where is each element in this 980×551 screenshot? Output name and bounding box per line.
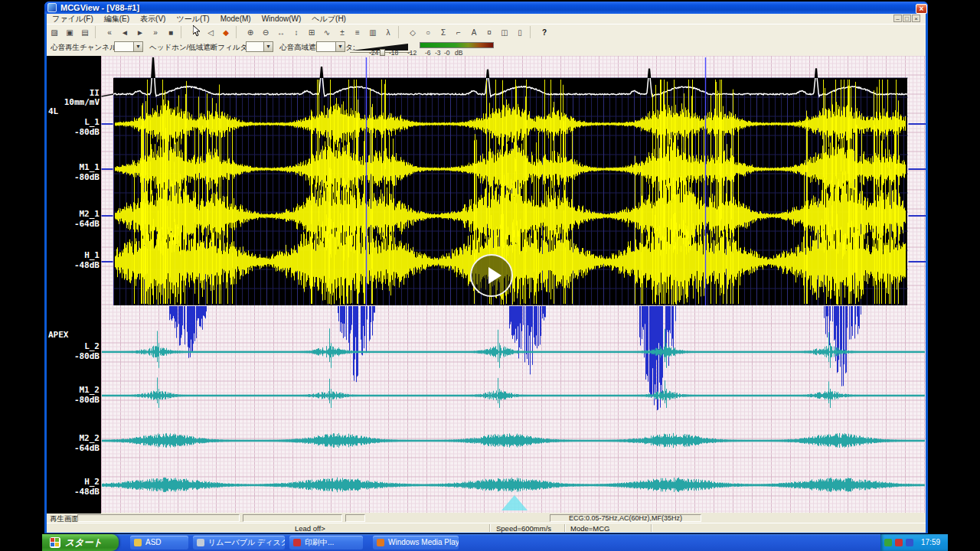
menu-item[interactable]: ヘルプ(H) xyxy=(306,14,351,24)
channel-label: L_1 xyxy=(48,117,100,127)
menu-item[interactable]: Window(W) xyxy=(256,14,307,24)
headphone-filter-label: ヘッドホン/低域遮断フィルタ: xyxy=(149,43,250,53)
play-channel-label: 心音再生チャンネル: xyxy=(51,43,119,53)
chevron-down-icon[interactable]: ▼ xyxy=(133,42,142,51)
channel-label: -80dB xyxy=(48,172,100,182)
mouse-cursor-icon xyxy=(193,25,202,37)
save-icon[interactable]: ▣ xyxy=(62,26,77,40)
task-icon xyxy=(197,539,204,546)
channel-label: APEX xyxy=(48,330,100,340)
taskbar-task[interactable]: Windows Media Player xyxy=(373,536,459,549)
channel-label: -64dB xyxy=(48,443,100,453)
status-panel xyxy=(243,514,342,522)
update-icon xyxy=(895,539,903,546)
status-row-top: 再生画面 ECG:0.05-75Hz,AC(60Hz),MF(35Hz) xyxy=(47,514,926,523)
channel-label: -80dB xyxy=(48,351,100,361)
channel-label: M1_1 xyxy=(48,162,100,172)
waveform-plot xyxy=(101,56,926,513)
taskbar-task[interactable]: 印刷中... xyxy=(289,536,363,549)
task-icon xyxy=(293,539,301,546)
headphone-filter-combo[interactable]: ▼ xyxy=(246,41,273,52)
play-channel-combo[interactable]: ▼ xyxy=(114,41,143,52)
settings-icon[interactable]: ¤ xyxy=(482,26,497,40)
v-scale-icon[interactable]: ↕ xyxy=(289,26,304,40)
channel-label: -48dB xyxy=(48,487,100,497)
ecg-filter-info: ECG:0.05-75Hz,AC(60Hz),MF(35Hz) xyxy=(550,514,701,522)
security-icon xyxy=(906,539,913,546)
menu-item[interactable]: Mode(M) xyxy=(215,14,256,24)
menu-bar: ファイル(F)編集(E)表示(V)ツール(T)Mode(M)Window(W)ヘ… xyxy=(47,14,926,24)
menu-item[interactable]: 編集(E) xyxy=(99,14,135,24)
chevron-down-icon[interactable]: ▼ xyxy=(335,42,345,51)
play-icon[interactable]: ► xyxy=(132,26,148,40)
mode-status: Mode=MCG xyxy=(570,524,609,533)
channel-label: L_2 xyxy=(48,341,100,351)
channel-label: M2_1 xyxy=(48,209,100,219)
channel-label: H_2 xyxy=(48,477,100,487)
sum-icon[interactable]: Σ xyxy=(436,26,451,40)
stop-icon[interactable]: ■ xyxy=(163,26,178,40)
zoom-in-icon[interactable]: ⊕ xyxy=(243,26,258,40)
ruler-icon[interactable]: ⌐ xyxy=(451,26,466,40)
measure-icon[interactable]: ± xyxy=(335,26,350,40)
wave-icon[interactable]: ∿ xyxy=(319,26,335,40)
event-marker-icon[interactable]: ◆ xyxy=(218,26,234,40)
channel-label: -64dB xyxy=(48,219,100,229)
channel-label: M2_2 xyxy=(48,433,100,443)
menu-item[interactable]: ファイル(F) xyxy=(47,14,99,24)
open-icon[interactable]: ▨ xyxy=(47,26,62,40)
volume-slider-thumb[interactable] xyxy=(380,49,385,56)
status-panel xyxy=(77,514,240,522)
channel-label: -80dB xyxy=(48,127,100,137)
marker-a-icon[interactable]: ◇ xyxy=(405,26,420,40)
highcut-filter-combo[interactable]: ▼ xyxy=(316,41,345,52)
menu-item[interactable]: 表示(V) xyxy=(135,14,171,24)
channel-label: -48dB xyxy=(48,260,100,270)
print-icon[interactable]: ▤ xyxy=(77,26,93,40)
title-bar[interactable]: MCGView - [V88-#1] × xyxy=(44,2,928,14)
main-toolbar: ▨▣▤«◄►»■↖◁◆⊕⊖↔↕⊞∿±≡▥λ◇○Σ⌐A¤◫▯? xyxy=(47,24,926,41)
layers-icon[interactable]: ▥ xyxy=(365,26,381,40)
video-play-button[interactable] xyxy=(470,254,513,297)
mdi-button[interactable]: × xyxy=(912,15,920,22)
h-scale-icon[interactable]: ↔ xyxy=(273,26,289,40)
taskbar-task[interactable]: ASD xyxy=(130,536,188,549)
channel-label: H_1 xyxy=(48,250,100,260)
zoom-out-icon[interactable]: ⊖ xyxy=(258,26,273,40)
clock: 17:59 xyxy=(921,534,940,551)
grid-icon[interactable]: ⊞ xyxy=(304,26,319,40)
status-panel xyxy=(345,514,365,522)
report-icon[interactable]: ▯ xyxy=(512,26,528,40)
taskbar-task[interactable]: リムーバブル ディスク (F:) xyxy=(193,536,285,549)
step-back-icon[interactable]: ◄ xyxy=(117,26,132,40)
mdi-button[interactable]: – xyxy=(893,15,902,22)
mdi-button[interactable]: □ xyxy=(903,15,911,22)
toolbar-separator xyxy=(181,26,186,38)
speaker-icon[interactable]: ◁ xyxy=(203,26,218,40)
mdi-window-buttons[interactable]: –□× xyxy=(893,15,920,22)
system-tray: 17:59 xyxy=(880,534,948,551)
channels-icon[interactable]: ≡ xyxy=(350,26,365,40)
text-icon[interactable]: A xyxy=(466,26,482,40)
snapshot-icon[interactable]: ◫ xyxy=(497,26,512,40)
toolbar-separator xyxy=(95,26,100,38)
toolbar-separator xyxy=(398,26,403,38)
app-icon xyxy=(47,3,57,12)
filter-icon[interactable]: λ xyxy=(381,26,396,40)
help-icon[interactable]: ? xyxy=(537,26,552,40)
play-icon xyxy=(488,267,501,284)
rewind-icon[interactable]: « xyxy=(102,26,117,40)
step-forward-icon[interactable]: » xyxy=(148,26,163,40)
channel-label-gutter: II10mm/mV4LL_1-80dBM1_1-80dBM2_1-64dBH_1… xyxy=(47,56,101,514)
chevron-down-icon[interactable]: ▼ xyxy=(263,42,273,51)
start-button[interactable]: スタート xyxy=(42,534,119,551)
level-meter-gradient xyxy=(420,42,494,48)
menu-item[interactable]: ツール(T) xyxy=(171,14,214,24)
channel-label: 4L xyxy=(48,106,100,116)
marker-b-icon[interactable]: ○ xyxy=(420,26,436,40)
toolbar-separator xyxy=(236,26,241,38)
close-button[interactable]: × xyxy=(916,4,927,14)
taskbar: スタート ASDリムーバブル ディスク (F:)印刷中...Windows Me… xyxy=(42,534,947,551)
network-icon xyxy=(884,539,892,546)
toolbar-separator xyxy=(530,26,535,38)
